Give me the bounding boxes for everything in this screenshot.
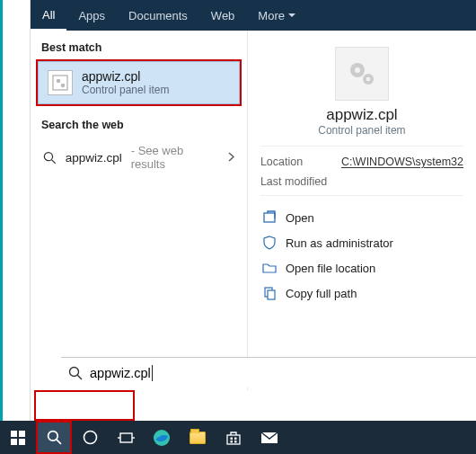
meta-location-key: Location: [260, 156, 341, 168]
tab-documents[interactable]: Documents: [117, 0, 199, 31]
action-open-location[interactable]: Open file location: [260, 255, 463, 280]
file-explorer-icon: [190, 432, 206, 444]
best-match-text: appwiz.cpl Control panel item: [82, 69, 169, 96]
svg-rect-17: [19, 439, 25, 445]
svg-line-4: [51, 159, 55, 163]
svg-point-20: [84, 432, 96, 444]
web-result-hint: - See web results: [131, 144, 219, 171]
action-run-admin[interactable]: Run as administrator: [260, 230, 463, 255]
taskbar-app-mail[interactable]: [251, 421, 287, 454]
section-best-match: Best match: [31, 34, 247, 59]
gears-icon: [345, 57, 379, 91]
taskbar: [0, 421, 476, 454]
search-results-panel: All Apps Documents Web More Best match a…: [31, 0, 476, 421]
start-button[interactable]: [0, 421, 36, 454]
copy-icon: [262, 286, 277, 300]
cortana-button[interactable]: [72, 421, 108, 454]
search-input-text[interactable]: appwiz.cpl: [90, 366, 151, 380]
svg-point-18: [48, 432, 57, 441]
action-copy-path[interactable]: Copy full path: [260, 280, 463, 306]
web-result-item[interactable]: appwiz.cpl - See web results: [31, 137, 247, 178]
action-copy-path-label: Copy full path: [286, 287, 357, 300]
best-match-title: appwiz.cpl: [82, 69, 169, 84]
best-match-highlight: appwiz.cpl Control panel item: [36, 59, 242, 106]
store-icon: [225, 430, 242, 446]
svg-rect-21: [120, 433, 132, 442]
svg-point-8: [366, 77, 371, 82]
svg-rect-9: [264, 213, 275, 222]
mail-icon: [260, 432, 278, 444]
task-view-button[interactable]: [108, 421, 144, 454]
svg-rect-29: [234, 441, 237, 443]
details-actions: Open Run as administrator Open file loca…: [260, 195, 463, 306]
tab-all[interactable]: All: [31, 0, 66, 31]
details-pane: appwiz.cpl Control panel item Location C…: [248, 31, 476, 390]
action-open[interactable]: Open: [260, 205, 463, 230]
meta-location-value[interactable]: C:\WINDOWS\system32: [341, 156, 463, 168]
shield-admin-icon: [262, 236, 277, 250]
action-open-label: Open: [286, 211, 314, 225]
tab-apps[interactable]: Apps: [66, 0, 117, 31]
svg-rect-15: [19, 431, 25, 437]
chevron-down-icon: [288, 13, 295, 18]
svg-rect-28: [231, 441, 234, 443]
taskbar-app-explorer[interactable]: [180, 421, 216, 454]
window-left-edge: [0, 0, 31, 421]
windows-logo-icon: [11, 431, 25, 445]
svg-rect-14: [11, 431, 17, 437]
taskbar-app-store[interactable]: [216, 421, 251, 454]
tab-web[interactable]: Web: [199, 0, 247, 31]
meta-modified-key: Last modified: [260, 175, 341, 188]
svg-rect-11: [268, 290, 275, 299]
edge-icon: [153, 429, 171, 447]
svg-point-3: [44, 152, 52, 160]
text-caret: [152, 365, 153, 381]
svg-rect-26: [231, 437, 234, 440]
details-title: appwiz.cpl: [260, 106, 463, 124]
circle-icon: [83, 430, 98, 445]
best-match-subtitle: Control panel item: [82, 84, 169, 96]
details-metadata: Location C:\WINDOWS\system32 Last modifi…: [260, 146, 463, 188]
search-bar[interactable]: appwiz.cpl: [61, 357, 476, 387]
web-result-label: appwiz.cpl: [66, 151, 122, 165]
folder-icon: [262, 261, 277, 275]
search-filter-tabs: All Apps Documents Web More: [31, 0, 476, 31]
svg-line-19: [56, 440, 60, 444]
svg-point-1: [57, 79, 61, 84]
task-view-icon: [118, 432, 135, 444]
action-open-location-label: Open file location: [286, 262, 375, 275]
details-subtitle: Control panel item: [260, 124, 463, 137]
tab-more[interactable]: More: [246, 0, 307, 31]
tab-more-label: More: [258, 9, 285, 22]
svg-point-2: [61, 84, 66, 88]
control-panel-item-icon: [48, 70, 73, 95]
search-icon: [43, 151, 57, 165]
svg-point-12: [70, 367, 79, 376]
chevron-right-icon: [228, 151, 234, 165]
results-body: Best match appwiz.cpl Control panel item…: [31, 31, 476, 390]
action-run-admin-label: Run as administrator: [286, 236, 393, 250]
section-search-web: Search the web: [31, 111, 247, 137]
details-large-icon: [335, 47, 389, 101]
svg-point-6: [355, 67, 360, 73]
taskbar-app-edge[interactable]: [144, 421, 180, 454]
results-left-column: Best match appwiz.cpl Control panel item…: [31, 31, 248, 390]
svg-rect-27: [234, 437, 237, 440]
open-icon: [262, 210, 277, 225]
svg-rect-16: [11, 439, 17, 445]
best-match-item[interactable]: appwiz.cpl Control panel item: [38, 61, 240, 104]
search-icon: [47, 430, 62, 445]
svg-rect-25: [227, 435, 240, 444]
svg-line-13: [77, 375, 82, 379]
search-icon: [68, 366, 83, 380]
svg-rect-0: [53, 76, 67, 90]
taskbar-search-button[interactable]: [36, 421, 72, 454]
